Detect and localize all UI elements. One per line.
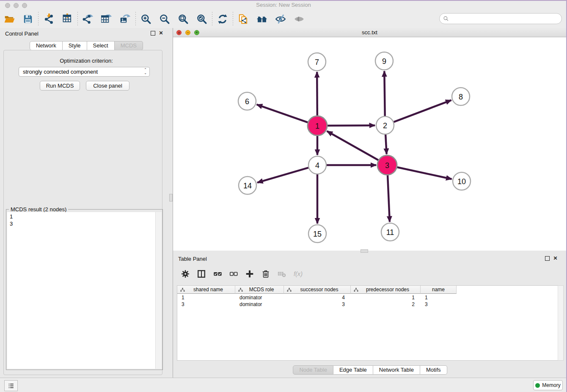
search-box[interactable]: [439, 13, 562, 24]
column-header-label: successor nodes: [300, 287, 338, 293]
delete-table-button: [274, 266, 290, 282]
control-panel: Control Panel ✕ NetworkStyleSelectMCDS O…: [0, 28, 173, 378]
toolbar-group: [0, 11, 37, 27]
table-row[interactable]: 1dominator411: [177, 294, 561, 301]
toolbar-separator: [38, 12, 39, 26]
edge-3-1[interactable]: [327, 131, 378, 160]
tab-edge-table[interactable]: Edge Table: [333, 365, 373, 375]
tab-network[interactable]: Network: [30, 41, 63, 50]
table-panel-close-icon[interactable]: ✕: [553, 256, 558, 261]
graph-node-label-14: 14: [243, 182, 252, 190]
table-cell[interactable]: 2: [351, 301, 421, 308]
export-image-button[interactable]: [116, 11, 135, 27]
main-toolbar: [0, 10, 567, 28]
export-network-button[interactable]: [79, 11, 97, 27]
vertical-split-handle[interactable]: [169, 194, 173, 202]
export-table-button[interactable]: [97, 11, 116, 27]
column-header-predecessor-nodes[interactable]: predecessor nodes: [351, 286, 421, 294]
table-toolbar: f(x): [177, 265, 306, 283]
tab-network-table[interactable]: Network Table: [373, 365, 420, 375]
import-table-button[interactable]: [58, 11, 77, 27]
table-cell[interactable]: dominator: [235, 294, 284, 301]
table-panel: Table Panel ✕ f(x) shared name MCDS role…: [173, 253, 567, 378]
column-header-successor-nodes[interactable]: successor nodes: [284, 286, 351, 294]
deselect-all-button[interactable]: [226, 266, 242, 282]
zoom-in-button[interactable]: [137, 11, 155, 27]
edge-2-9[interactable]: [384, 71, 385, 116]
run-mcds-button[interactable]: Run MCDS: [40, 81, 80, 91]
table-cell[interactable]: 1: [177, 294, 235, 301]
task-history-button[interactable]: [4, 380, 18, 391]
tab-mcds[interactable]: MCDS: [115, 41, 143, 50]
network-window-titlebar[interactable]: x – + scc.txt: [173, 28, 566, 37]
mcds-result-item: 1: [10, 213, 153, 220]
zoom-out-icon: [159, 14, 170, 25]
first-neighbors-button[interactable]: [253, 11, 271, 27]
table-cell[interactable]: 1: [421, 294, 457, 301]
add-column-button[interactable]: [242, 266, 258, 282]
import-network-button[interactable]: [39, 11, 58, 27]
toolbar-group: [137, 11, 211, 27]
search-input[interactable]: [451, 15, 561, 22]
column-header-name[interactable]: name: [421, 286, 457, 294]
control-panel-close-icon[interactable]: ✕: [159, 31, 163, 36]
zoom-in-icon: [140, 14, 151, 25]
edge-4-14[interactable]: [257, 168, 308, 182]
edge-1-6[interactable]: [257, 105, 308, 122]
column-header-shared-name[interactable]: shared name: [177, 286, 235, 294]
toggle-columns-button[interactable]: [193, 266, 209, 282]
edge-1-2[interactable]: [328, 125, 375, 126]
tab-style[interactable]: Style: [63, 41, 87, 50]
hide-selected-icon: [275, 14, 286, 25]
mcds-result-item: 3: [10, 220, 153, 227]
memory-button[interactable]: Memory: [533, 380, 563, 390]
criterion-dropdown[interactable]: strongly connected component ⌃⌄: [19, 67, 150, 77]
desktop-edge-top: [0, 0, 567, 1]
delete-column-button[interactable]: [258, 266, 274, 282]
add-column-icon: [245, 269, 254, 279]
hide-selected-button[interactable]: [271, 11, 290, 27]
zoom-fit-button[interactable]: [174, 11, 193, 27]
open-file-button[interactable]: [0, 11, 19, 27]
tab-node-table[interactable]: Node Table: [293, 365, 333, 375]
zoom-selected-button[interactable]: [193, 11, 211, 27]
edge-3-11[interactable]: [388, 175, 390, 222]
table-cell[interactable]: 1: [351, 294, 421, 301]
function-builder-button: f(x): [290, 266, 306, 282]
tab-select[interactable]: Select: [87, 41, 115, 50]
mcds-result-list[interactable]: 13: [7, 212, 156, 369]
table-scrollbar[interactable]: [558, 285, 564, 361]
edge-2-3[interactable]: [385, 135, 386, 154]
table-cell[interactable]: 3: [284, 301, 351, 308]
mcds-result-scrollbar[interactable]: [155, 212, 162, 369]
network-canvas[interactable]: 7968124314101511: [173, 37, 566, 251]
table-cell[interactable]: 3: [177, 301, 235, 308]
node-table[interactable]: shared name MCDS role successor nodes pr…: [177, 285, 561, 361]
tab-motifs[interactable]: Motifs: [420, 365, 447, 375]
table-cell[interactable]: dominator: [235, 301, 284, 308]
network-view-window: x – + scc.txt 7968124314101511: [173, 28, 566, 251]
column-header-MCDS-role[interactable]: MCDS role: [235, 286, 284, 294]
edge-2-8[interactable]: [394, 100, 451, 122]
table-cell[interactable]: 3: [421, 301, 457, 308]
edge-1-7[interactable]: [317, 72, 317, 116]
new-network-from-selection-button[interactable]: [234, 11, 253, 27]
function-builder-icon: f(x): [293, 269, 303, 279]
table-panel-float-icon[interactable]: [545, 256, 550, 261]
toolbar-separator: [212, 12, 212, 26]
control-panel-float-icon[interactable]: [151, 31, 155, 36]
table-cell[interactable]: 4: [284, 294, 351, 301]
close-panel-button[interactable]: Close panel: [86, 81, 129, 91]
table-panel-title: Table Panel: [178, 256, 207, 262]
edge-3-10[interactable]: [397, 167, 451, 179]
horizontal-split-handle[interactable]: [361, 249, 368, 253]
export-image-icon: [120, 14, 131, 25]
apply-layout-button[interactable]: [213, 11, 232, 27]
table-settings-button[interactable]: [177, 266, 193, 282]
save-session-button[interactable]: [19, 11, 37, 27]
select-all-button[interactable]: [209, 266, 226, 282]
export-network-icon: [83, 14, 94, 25]
table-row[interactable]: 3dominator323: [177, 301, 561, 308]
zoom-out-button[interactable]: [155, 11, 174, 27]
graph-node-label-9: 9: [382, 57, 386, 66]
